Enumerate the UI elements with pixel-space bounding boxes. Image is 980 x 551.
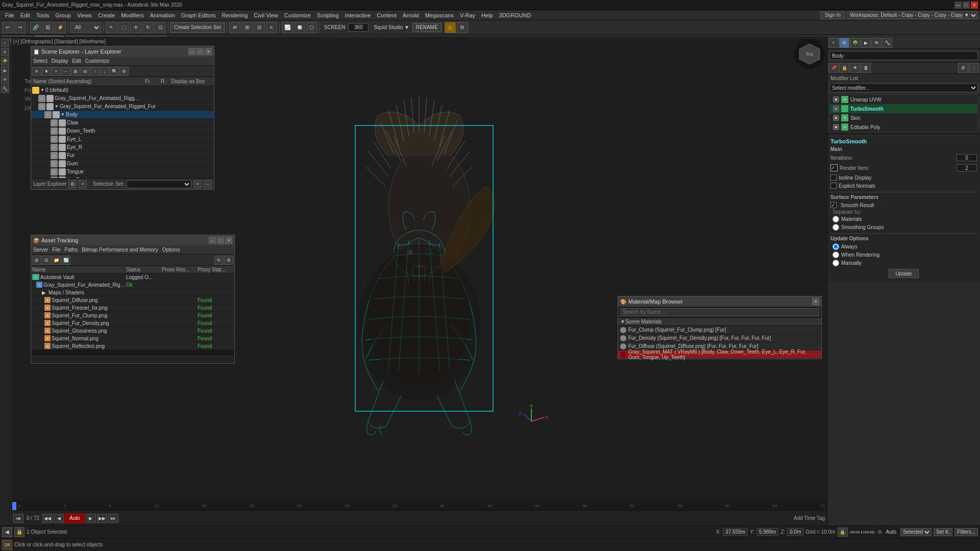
selection-delete-btn[interactable]: − <box>204 180 212 188</box>
filters-btn[interactable]: Filters... <box>954 528 978 536</box>
tree-row[interactable]: ▪ □ Fur <box>31 152 214 160</box>
auto-key-btn[interactable]: Auto <box>65 514 85 523</box>
ts-when-rendering-radio[interactable] <box>832 252 839 258</box>
bt-prev-key-btn[interactable]: ◀◀ <box>42 514 53 523</box>
tree-expand[interactable]: ▼ <box>61 112 66 117</box>
select-region-btn[interactable]: ⬚ <box>118 22 129 33</box>
at-row[interactable]: ■ Squirrel_Fur_Density.png Found <box>31 319 234 327</box>
se-delete-btn[interactable]: − <box>61 67 70 76</box>
modifier-item-editablepoly[interactable]: ▶ 👁 Editable Poly <box>830 122 977 132</box>
at-row[interactable]: V Autodesk Vault Logged O... <box>31 273 234 281</box>
unlink-btn[interactable]: ⛓ <box>42 22 54 33</box>
rp-utilities-tab[interactable]: 🔧 <box>882 38 892 48</box>
at-row[interactable]: ▶ Maps / Shaders <box>31 289 234 296</box>
menu-megascans[interactable]: Megascans <box>422 12 457 19</box>
ts-manually-radio[interactable] <box>832 260 839 266</box>
quixel-bridge-btn[interactable]: QB <box>2 540 12 550</box>
se-close-icon-btn[interactable]: ✕ <box>32 67 41 76</box>
ts-render-iters-input[interactable] <box>957 164 977 171</box>
at-menu-file[interactable]: File <box>52 247 60 253</box>
menu-scripting[interactable]: Scripting <box>314 12 342 19</box>
se-collapse-btn[interactable]: ⊟ <box>81 67 90 76</box>
ts-iterations-input[interactable] <box>957 154 977 161</box>
at-menu-paths[interactable]: Paths <box>65 247 78 253</box>
modifier-dropdown[interactable]: Select modifier... <box>829 83 978 92</box>
tree-row[interactable]: ▪ □ Eye_L <box>31 135 214 143</box>
tree-row[interactable]: ▪ □ Gray_Squirrel_Fur_Animated_Rigged_Bo… <box>31 94 214 103</box>
at-menu-options[interactable]: Options <box>162 247 180 253</box>
tree-expand[interactable]: ▼ <box>40 88 45 92</box>
menu-rendering[interactable]: Rendering <box>219 12 251 19</box>
mb-material-item[interactable]: Fur_Density (Squirrel_Fur_Density.png) [… <box>618 334 821 342</box>
menu-modifiers[interactable]: Modifiers <box>118 12 147 19</box>
at-btn3[interactable]: 📁 <box>52 256 61 265</box>
mod-settings-btn[interactable]: ⚙ <box>958 63 968 73</box>
modifier-item-skin[interactable]: ▶ 👁 Skin <box>830 113 977 122</box>
mod-pin-btn[interactable]: 📌 <box>828 63 839 73</box>
menu-edit[interactable]: Edit <box>17 12 33 19</box>
align-view-btn[interactable]: ⊟ <box>254 22 265 33</box>
tree-row[interactable]: ▪ □ Gum <box>31 160 214 168</box>
timeline-playhead[interactable] <box>12 502 16 510</box>
maps-expand-icon[interactable]: ▶ <box>40 289 47 295</box>
rp-modify-tab[interactable]: ⚙ <box>839 38 849 48</box>
mod-eye-icon[interactable]: 👁 <box>841 96 848 103</box>
status-icon[interactable]: ◀ <box>2 527 12 537</box>
mod-delete-btn[interactable]: 🗑 <box>861 63 871 73</box>
at-btn4[interactable]: 🔄 <box>61 256 70 265</box>
at-row[interactable]: ■ Squirrel_Glossiness.png Found <box>31 327 234 335</box>
rotate-btn[interactable]: ↻ <box>142 22 154 33</box>
filter-dropdown[interactable]: All <box>70 22 101 33</box>
se-up-btn[interactable]: ↑ <box>90 67 100 76</box>
at-close-btn[interactable]: ✕ <box>225 237 232 244</box>
tree-row[interactable]: L ▼ 0 (default) <box>31 86 214 94</box>
menu-graph-editors[interactable]: Graph Editors <box>178 12 219 19</box>
rename-btn[interactable]: RENAME <box>412 23 442 32</box>
menu-arnold[interactable]: Arnold <box>400 12 422 19</box>
menu-help[interactable]: Help <box>478 12 496 19</box>
at-menu-server[interactable]: Server <box>33 247 48 253</box>
at-row[interactable]: ■ Squirrel_Reflection.png Found <box>31 342 234 350</box>
menu-3dground[interactable]: 3DGROUND <box>496 12 534 19</box>
at-menu-bitmap[interactable]: Bitmap Performance and Memory <box>82 247 158 253</box>
ts-smoothing-groups-radio[interactable] <box>832 224 839 231</box>
close-btn[interactable]: ✕ <box>971 2 978 9</box>
tree-row[interactable]: ▪ □ ▼ Gray_Squirrel_Fur_Animated_Rigged_… <box>31 103 214 111</box>
menu-civil-view[interactable]: Civil View <box>251 12 281 19</box>
selected-dropdown[interactable]: Selected <box>900 528 932 536</box>
mod-show-btn[interactable]: 👁 <box>850 63 860 73</box>
sidebar-modify[interactable]: ⚙ <box>1 48 9 56</box>
layer-mgr-btn[interactable]: ≡ <box>266 22 277 33</box>
sign-in-btn[interactable]: Sign In <box>820 11 845 19</box>
bt-next-key-btn[interactable]: ▶▶ <box>97 514 107 523</box>
se-menu-select[interactable]: Select <box>33 58 47 64</box>
ts-explicit-checkbox[interactable] <box>830 183 837 189</box>
at-maximize-btn[interactable]: □ <box>217 237 224 244</box>
layer-add-btn[interactable]: + <box>79 180 87 188</box>
set-k-btn[interactable]: Set K. <box>934 528 952 536</box>
tree-row-selected[interactable]: ▪ □ ▼ Body <box>31 111 214 119</box>
bt-prev-frame-btn[interactable]: ◀ <box>54 514 64 523</box>
at-reload-btn[interactable]: ↻ <box>214 256 224 265</box>
menu-create[interactable]: Create <box>95 12 118 19</box>
select-btn[interactable]: ↖ <box>106 22 117 33</box>
tree-expand[interactable]: ▼ <box>55 104 60 109</box>
bt-end-btn[interactable]: ⏭ <box>108 514 118 523</box>
se-add-btn[interactable]: + <box>52 67 61 76</box>
se-menu-display[interactable]: Display <box>52 58 68 64</box>
tree-row[interactable]: ▪ □ Claw <box>31 119 214 127</box>
mod-more-btn[interactable]: ⋮ <box>969 63 979 73</box>
status-lock-icon[interactable]: 🔒 <box>14 527 24 537</box>
warning-btn[interactable]: ⚠ <box>445 22 456 33</box>
se-down-btn[interactable]: ↓ <box>100 67 109 76</box>
timeline[interactable]: 0 4 8 12 16 20 24 28 32 36 40 44 48 52 5… <box>11 501 827 510</box>
at-row[interactable]: ■ Squirrel_Diffuse.png Found <box>31 296 234 304</box>
menu-interactive[interactable]: Interactive <box>342 12 374 19</box>
se-minimize-btn[interactable]: — <box>188 48 195 55</box>
layer-settings-btn[interactable]: ⚙ <box>68 180 77 188</box>
undo-btn[interactable]: ↩ <box>2 22 13 33</box>
menu-vray[interactable]: V-Ray <box>457 12 478 19</box>
selection-add-btn[interactable]: + <box>193 180 202 188</box>
at-row[interactable]: ■ Squirrel_Fresnel_Ior.png Found <box>31 304 234 312</box>
ts-materials-radio[interactable] <box>832 216 839 222</box>
